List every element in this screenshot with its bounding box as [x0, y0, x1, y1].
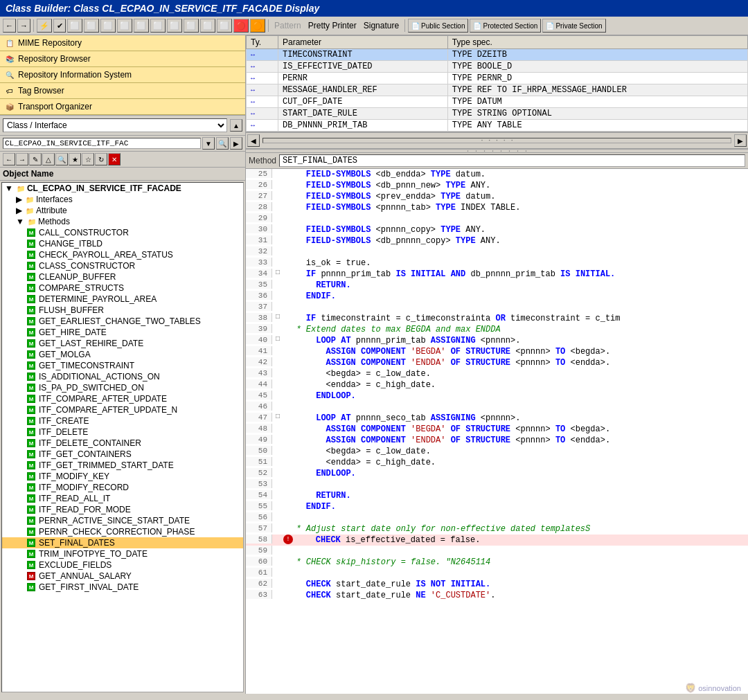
- class-search-btn[interactable]: 🔍: [216, 137, 229, 150]
- line-number: 31: [246, 235, 272, 244]
- transport-icon: 📦: [4, 101, 15, 112]
- tree-method-set-final-dates[interactable]: M SET_FINAL_DATES: [2, 537, 243, 548]
- tree-method-determine-payroll[interactable]: M DETERMINE_PAYROLL_AREA: [2, 294, 243, 305]
- tree-method-get-earliest[interactable]: M GET_EARLIEST_CHANGE_TWO_TABLES: [2, 316, 243, 327]
- tree-method-change-itbld[interactable]: M CHANGE_ITBLD: [2, 238, 243, 249]
- icon-btn-5[interactable]: 🔍: [55, 153, 68, 165]
- tree-method-itf-delete[interactable]: M ITF_DELETE: [2, 427, 243, 438]
- tree-method-itf-read-all[interactable]: M ITF_READ_ALL_IT: [2, 493, 243, 504]
- table-row[interactable]: ↔ START_DATE_RULE TYPE STRING OPTIONAL: [247, 108, 748, 120]
- nav-mime[interactable]: 📋 MIME Repository: [0, 35, 245, 51]
- tree-method-is-additional[interactable]: M IS_ADDITIONAL_ACTIONS_ON: [2, 371, 243, 382]
- icon-btn-8[interactable]: ↻: [95, 153, 107, 165]
- tb9[interactable]: ⬜: [167, 19, 182, 33]
- tree-method-itf-get-trimmed[interactable]: M ITF_GET_TRIMMED_START_DATE: [2, 460, 243, 471]
- tb4[interactable]: ⬜: [84, 19, 99, 33]
- tb13[interactable]: 🔴: [233, 19, 249, 33]
- tree-method-itf-compare-after-n[interactable]: M ITF_COMPARE_AFTER_UPDATE_N: [2, 404, 243, 415]
- tree-method-pernr-active[interactable]: M PERNR_ACTIVE_SINCE_START_DATE: [2, 515, 243, 526]
- tree-method-is-pa-pd[interactable]: M IS_PA_PD_SWITCHED_ON: [2, 382, 243, 393]
- class-interface-select[interactable]: Class / Interface: [3, 118, 227, 132]
- tree-method-check-payroll[interactable]: M CHECK_PAYROLL_AREA_STATUS: [2, 249, 243, 260]
- tree-attribute[interactable]: ▶ 📁 Attribute: [2, 205, 243, 216]
- method-label-itf-modify-record: ITF_MODIFY_RECORD: [39, 483, 129, 492]
- nav-tag-browser[interactable]: 🏷 Tag Browser: [0, 83, 245, 99]
- method-name-input[interactable]: [279, 154, 745, 167]
- tree-method-itf-read-for-mode[interactable]: M ITF_READ_FOR_MODE: [2, 504, 243, 515]
- tb7[interactable]: ⬜: [134, 19, 149, 33]
- code-line: 54 RETURN.: [246, 490, 748, 501]
- tree-method-itf-create[interactable]: M ITF_CREATE: [2, 415, 243, 427]
- icon-btn-x[interactable]: ✕: [108, 153, 121, 165]
- scroll-left-btn[interactable]: ◀: [247, 134, 260, 147]
- line-content: ENDLOOP.: [283, 468, 356, 478]
- table-row[interactable]: ↔ PERNR TYPE PERNR_D: [247, 73, 748, 84]
- tree-method-itf-get-containers[interactable]: M ITF_GET_CONTAINERS: [2, 449, 243, 460]
- tree-method-trim-infotype[interactable]: M TRIM_INFOTPYE_TO_DATE: [2, 548, 243, 559]
- tree-method-get-molga[interactable]: M GET_MOLGA: [2, 349, 243, 360]
- icon-btn-1[interactable]: ←: [3, 153, 15, 165]
- tree-method-itf-modify-key[interactable]: M ITF_MODIFY_KEY: [2, 471, 243, 482]
- scroll-right-btn[interactable]: ▶: [734, 134, 747, 147]
- tb14[interactable]: 🟠: [250, 19, 265, 33]
- class-name-input[interactable]: [3, 138, 201, 149]
- tb11[interactable]: ⬜: [200, 19, 215, 33]
- class-nav-btn[interactable]: ▶: [230, 137, 242, 150]
- signature-btn[interactable]: Signature: [361, 21, 402, 30]
- tb1[interactable]: ⚡: [37, 19, 52, 33]
- tree-method-get-first-inval[interactable]: M GET_FIRST_INVAL_DATE: [2, 582, 243, 593]
- tree-method-get-timeconstraint[interactable]: M GET_TIMECONSTRAINT: [2, 360, 243, 371]
- tree-method-flush-buffer[interactable]: M FLUSH_BUFFER: [2, 305, 243, 316]
- tree-method-get-last-rehire[interactable]: M GET_LAST_REHIRE_DATE: [2, 338, 243, 349]
- tree-method-class-constructor[interactable]: M CLASS_CONSTRUCTOR: [2, 260, 243, 271]
- line-expand-btn[interactable]: □: [272, 413, 283, 420]
- line-expand-btn[interactable]: □: [272, 313, 283, 321]
- table-row[interactable]: ↔ DB_PNNNN_PRIM_TAB TYPE ANY TABLE: [247, 120, 748, 132]
- private-section-btn[interactable]: 📄 Private Section: [542, 19, 605, 33]
- code-area[interactable]: 25 FIELD-SYMBOLS <db_endda> TYPE datum.2…: [246, 169, 748, 694]
- tree-method-pernr-check[interactable]: M PERNR_CHECK_CORRECTION_PHASE: [2, 526, 243, 537]
- pretty-printer-btn[interactable]: Pretty Printer: [305, 21, 359, 30]
- tree-method-exclude-fields[interactable]: M EXCLUDE_FIELDS: [2, 559, 243, 571]
- public-section-btn[interactable]: 📄 Public Section: [408, 19, 468, 33]
- back-btn[interactable]: ←: [3, 19, 16, 33]
- icon-btn-6[interactable]: ★: [69, 153, 81, 165]
- tb2[interactable]: ✔: [53, 19, 66, 33]
- code-line: 36 ENDIF.: [246, 291, 748, 302]
- tb12[interactable]: ⬜: [217, 19, 232, 33]
- tree-method-itf-modify-record[interactable]: M ITF_MODIFY_RECORD: [2, 482, 243, 493]
- tree-method-itf-delete-container[interactable]: M ITF_DELETE_CONTAINER: [2, 438, 243, 449]
- scroll-up-btn[interactable]: ▲: [230, 119, 242, 132]
- tb6[interactable]: ⬜: [117, 19, 132, 33]
- icon-btn-3[interactable]: ✎: [29, 153, 42, 165]
- icon-btn-4[interactable]: △: [42, 153, 55, 165]
- tree-method-compare-structs[interactable]: M COMPARE_STRUCTS: [2, 282, 243, 294]
- table-row[interactable]: ↔ TIMECONSTRAINT TYPE DZEITB: [247, 49, 748, 61]
- line-expand-btn[interactable]: □: [272, 335, 283, 343]
- tb3[interactable]: ⬜: [67, 19, 82, 33]
- tree-interfaces[interactable]: ▶ 📁 Interfaces: [2, 194, 243, 205]
- horizontal-scrollbar[interactable]: · · · · ·: [262, 138, 731, 143]
- tree-method-itf-compare-after[interactable]: M ITF_COMPARE_AFTER_UPDATE: [2, 393, 243, 404]
- tb5[interactable]: ⬜: [100, 19, 116, 33]
- icon-btn-2[interactable]: →: [16, 153, 28, 165]
- table-row[interactable]: ↔ CUT_OFF_DATE TYPE DATUM: [247, 96, 748, 108]
- table-row[interactable]: ↔ IS_EFFECTIVE_DATED TYPE BOOLE_D: [247, 61, 748, 73]
- nav-repo-browser[interactable]: 📚 Repository Browser: [0, 51, 245, 67]
- tree-root[interactable]: ▼ 📁 CL_ECPAO_IN_SERVICE_ITF_FACADE: [2, 183, 243, 194]
- nav-repo-info[interactable]: 🔍 Repository Information System: [0, 67, 245, 83]
- tree-method-get-hire[interactable]: M GET_HIRE_DATE: [2, 327, 243, 338]
- class-dropdown-btn[interactable]: ▼: [202, 137, 215, 150]
- line-expand-btn[interactable]: □: [272, 269, 283, 276]
- protected-section-btn[interactable]: 📄 Protected Section: [470, 19, 541, 33]
- tree-methods[interactable]: ▼ 📁 Methods: [2, 216, 243, 227]
- tb8[interactable]: ⬜: [150, 19, 166, 33]
- tree-method-get-annual-salary[interactable]: M GET_ANNUAL_SALARY: [2, 571, 243, 582]
- tree-method-cleanup-buffer[interactable]: M CLEANUP_BUFFER: [2, 271, 243, 282]
- table-row[interactable]: ↔ MESSAGE_HANDLER_REF TYPE REF TO IF_HRP…: [247, 84, 748, 96]
- nav-transport[interactable]: 📦 Transport Organizer: [0, 99, 245, 115]
- tb10[interactable]: ⬜: [184, 19, 199, 33]
- tree-method-call-constructor[interactable]: M CALL_CONSTRUCTOR: [2, 227, 243, 238]
- fwd-btn[interactable]: →: [17, 19, 30, 33]
- icon-btn-7[interactable]: ☆: [82, 153, 94, 165]
